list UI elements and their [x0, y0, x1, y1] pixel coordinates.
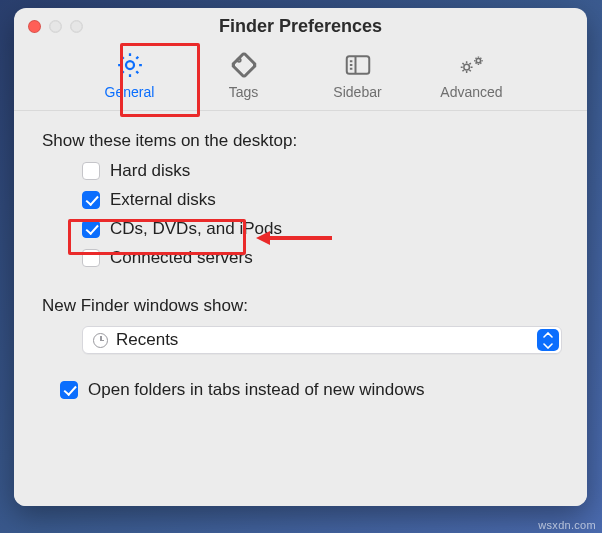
row-cds-dvds-ipods[interactable]: CDs, DVDs, and iPods — [82, 219, 559, 239]
tag-icon — [229, 50, 259, 80]
new-finder-select-row: Recents — [42, 326, 559, 354]
checkbox-label: Connected servers — [110, 248, 253, 268]
checkbox-label: External disks — [110, 190, 216, 210]
recents-icon — [93, 333, 108, 348]
tab-sidebar[interactable]: Sidebar — [313, 50, 403, 100]
checkbox-label: Hard disks — [110, 161, 190, 181]
tab-advanced[interactable]: Advanced — [427, 50, 517, 100]
watermark: wsxdn.com — [538, 519, 596, 531]
row-connected-servers[interactable]: Connected servers — [82, 248, 559, 268]
checkbox-hard-disks[interactable] — [82, 162, 100, 180]
finder-preferences-window: Finder Preferences General Tags — [14, 8, 587, 506]
tab-label: Sidebar — [333, 84, 381, 100]
chevron-up-icon — [537, 329, 559, 340]
svg-point-8 — [476, 59, 480, 63]
tab-label: Advanced — [440, 84, 502, 100]
checkbox-connected-servers[interactable] — [82, 249, 100, 267]
row-hard-disks[interactable]: Hard disks — [82, 161, 559, 181]
tab-general[interactable]: General — [85, 50, 175, 100]
checkbox-label: Open folders in tabs instead of new wind… — [88, 380, 424, 400]
desktop-items-label: Show these items on the desktop: — [42, 131, 559, 151]
checkbox-cds-dvds-ipods[interactable] — [82, 220, 100, 238]
tab-tags[interactable]: Tags — [199, 50, 289, 100]
sidebar-icon — [343, 50, 373, 80]
svg-point-0 — [126, 61, 134, 69]
gear-icon — [115, 50, 145, 80]
general-pane: Show these items on the desktop: Hard di… — [14, 111, 587, 506]
desktop-items-list: Hard disks External disks CDs, DVDs, and… — [42, 161, 559, 268]
preferences-toolbar: General Tags Sid — [14, 44, 587, 111]
chevron-down-icon — [537, 340, 559, 351]
svg-point-7 — [463, 64, 469, 70]
titlebar: Finder Preferences — [14, 8, 587, 44]
popup-stepper[interactable] — [537, 329, 559, 351]
gears-icon — [457, 50, 487, 80]
new-finder-label: New Finder windows show: — [42, 296, 559, 316]
checkbox-label: CDs, DVDs, and iPods — [110, 219, 282, 239]
tab-label: Tags — [229, 84, 259, 100]
row-external-disks[interactable]: External disks — [82, 190, 559, 210]
tab-label: General — [105, 84, 155, 100]
popup-value: Recents — [116, 330, 178, 350]
checkbox-open-in-tabs[interactable] — [60, 381, 78, 399]
window-title: Finder Preferences — [14, 16, 587, 37]
checkbox-external-disks[interactable] — [82, 191, 100, 209]
row-open-in-tabs[interactable]: Open folders in tabs instead of new wind… — [42, 380, 559, 400]
new-finder-popup[interactable]: Recents — [82, 326, 562, 354]
